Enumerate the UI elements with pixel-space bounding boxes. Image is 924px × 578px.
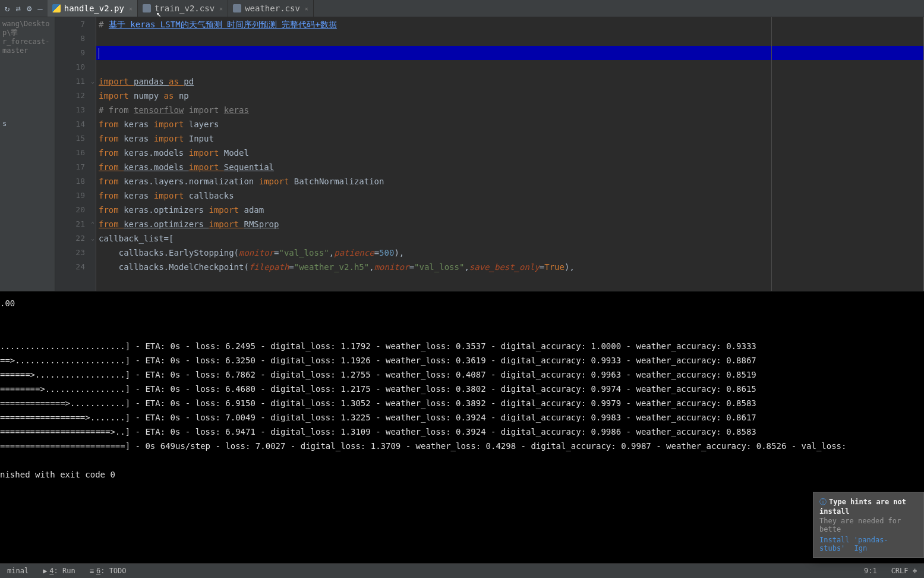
line-number[interactable]: 17 <box>55 160 96 174</box>
editor-row: wang\Desktop\季 r_forecast-master s 78910… <box>0 17 924 291</box>
swap-icon[interactable]: ⇄ <box>15 4 20 13</box>
caret-position[interactable]: 9:1 <box>857 567 884 575</box>
type-hints-notification[interactable]: ⓘType hints are not install They are nee… <box>813 492 924 558</box>
line-number[interactable]: 22⌄ <box>55 231 96 246</box>
code-line[interactable]: import numpy as np <box>96 89 923 103</box>
info-icon: ⓘ <box>819 498 827 506</box>
todo-tool-button[interactable]: ≡ 6: TODO <box>83 564 134 578</box>
right-margin-guide <box>771 17 772 291</box>
fold-open-icon[interactable]: ⌄ <box>91 74 94 89</box>
line-number[interactable]: 8 <box>55 32 96 46</box>
toolbar-icons: ↻ ⇄ ⚙ — <box>0 0 48 17</box>
tab-handle-v2-py[interactable]: handle_v2.py ✕ <box>48 0 138 17</box>
line-number[interactable]: 7 <box>55 17 96 32</box>
line-number[interactable]: 19 <box>55 189 96 203</box>
tab-label: handle_v2.py <box>64 4 124 13</box>
line-number[interactable]: 13 <box>55 103 96 117</box>
code-line[interactable]: from keras.models import Sequential <box>96 160 923 174</box>
line-number[interactable]: 11⌄ <box>55 74 96 89</box>
close-icon[interactable]: ✕ <box>129 5 133 12</box>
editor-tabs: handle_v2.py ✕ train_v2.csv ✕ weather.cs… <box>48 0 314 17</box>
line-number[interactable]: 16 <box>55 146 96 160</box>
run-tool-button[interactable]: ▶ 4: Run <box>36 564 83 578</box>
code-editor[interactable]: # 基于 keras LSTM的天气预测 时间序列预测 完整代码+数据impor… <box>96 17 924 291</box>
line-number[interactable]: 12 <box>55 89 96 103</box>
gear-icon[interactable]: ⚙ <box>27 4 31 13</box>
csv-file-icon <box>143 4 151 12</box>
line-number[interactable]: 21⌃ <box>55 217 96 231</box>
project-sidebar[interactable]: wang\Desktop\季 r_forecast-master s <box>0 17 55 291</box>
code-line[interactable]: from keras import callbacks <box>96 189 923 203</box>
close-icon[interactable]: ✕ <box>219 5 223 12</box>
install-pandas-stubs-link[interactable]: Install 'pandas-stubs' <box>819 536 888 552</box>
code-line[interactable]: from keras.layers.normalization import B… <box>96 174 923 189</box>
code-line[interactable]: from keras.models import Model <box>96 146 923 160</box>
code-line[interactable]: from keras import layers <box>96 117 923 131</box>
project-path: wang\Desktop\季 r_forecast-master <box>0 17 55 58</box>
line-number[interactable]: 15 <box>55 131 96 146</box>
code-line[interactable] <box>96 32 923 46</box>
sidebar-item[interactable]: s <box>0 117 55 130</box>
list-icon: ≡ <box>90 567 94 575</box>
sync-icon[interactable]: ↻ <box>5 4 10 13</box>
line-number[interactable]: 9 <box>55 46 96 60</box>
code-line[interactable] <box>96 60 923 74</box>
line-number-gutter[interactable]: 7891011⌄12131415161718192021⌃22⌄2324 <box>55 17 96 291</box>
fold-open-icon[interactable]: ⌄ <box>91 231 94 246</box>
line-number[interactable]: 23 <box>55 246 96 260</box>
status-bar: minal ▶ 4: Run ≡ 6: TODO 9:1 CRLF ≑ <box>0 563 924 578</box>
python-file-icon <box>52 4 61 12</box>
csv-file-icon <box>233 4 241 12</box>
run-console[interactable]: .00 .........................] - ETA: 0s… <box>0 291 924 563</box>
top-bar: ↻ ⇄ ⚙ — handle_v2.py ✕ train_v2.csv ✕ we… <box>0 0 924 17</box>
code-line[interactable]: import pandas as pd <box>96 74 923 89</box>
tab-train-v2-csv[interactable]: train_v2.csv ✕ <box>138 0 228 17</box>
terminal-tool-button[interactable]: minal <box>0 564 36 578</box>
tab-weather-csv[interactable]: weather.csv ✕ <box>228 0 314 17</box>
play-icon: ▶ <box>43 567 47 575</box>
ignore-link[interactable]: Ign <box>854 544 868 552</box>
code-line[interactable] <box>96 46 923 60</box>
code-line[interactable]: from keras.optimizers import RMSprop <box>96 217 923 231</box>
notification-title: Type hints are not install <box>819 498 906 516</box>
line-number[interactable]: 24 <box>55 260 96 274</box>
code-line[interactable]: # from tensorflow import keras <box>96 103 923 117</box>
code-line[interactable]: callbacks.EarlyStopping(monitor="val_los… <box>96 246 923 260</box>
text-caret <box>99 48 99 59</box>
line-number[interactable]: 10 <box>55 60 96 74</box>
line-number[interactable]: 20 <box>55 203 96 217</box>
console-output: .00 .........................] - ETA: 0s… <box>0 296 924 482</box>
close-icon[interactable]: ✕ <box>305 5 308 12</box>
tab-label: weather.csv <box>245 4 300 13</box>
line-number[interactable]: 18 <box>55 174 96 189</box>
minimize-icon[interactable]: — <box>37 4 42 13</box>
code-line[interactable]: callbacks.ModelCheckpoint(filepath="weat… <box>96 260 923 274</box>
code-line[interactable]: callback_list=[ <box>96 231 923 246</box>
code-line[interactable]: from keras.optimizers import adam <box>96 203 923 217</box>
notification-subtitle: They are needed for bette <box>819 517 917 533</box>
code-line[interactable]: # 基于 keras LSTM的天气预测 时间序列预测 完整代码+数据 <box>96 17 923 32</box>
line-separator[interactable]: CRLF ≑ <box>884 567 924 575</box>
fold-close-icon[interactable]: ⌃ <box>91 217 94 231</box>
line-number[interactable]: 14 <box>55 117 96 131</box>
code-line[interactable]: from keras import Input <box>96 131 923 146</box>
tab-label: train_v2.csv <box>154 4 215 13</box>
